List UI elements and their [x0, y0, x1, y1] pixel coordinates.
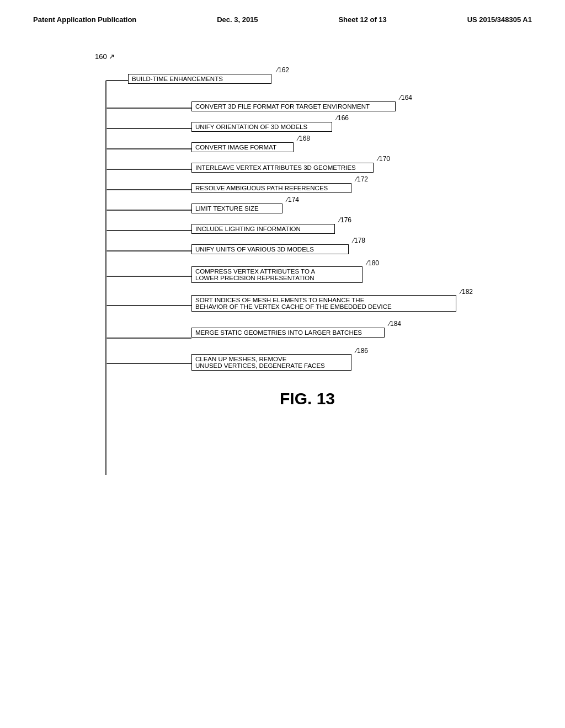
ref-174: ∕174	[285, 196, 299, 204]
header-right: US 2015/348305 A1	[467, 15, 532, 24]
ref-182: ∕182	[459, 288, 473, 296]
header-sheet: Sheet 12 of 13	[338, 15, 386, 24]
ref-176: ∕176	[338, 216, 351, 224]
figure-label: FIG. 13	[95, 389, 520, 408]
ref-166: ∕166	[335, 114, 349, 122]
ref-170: ∕170	[376, 155, 390, 163]
ref-178: ∕178	[351, 237, 365, 244]
ref-168: ∕168	[296, 135, 310, 142]
diagram-svg: BUILD-TIME ENHANCEMENTS ∕162 CONVERT 3D …	[95, 64, 503, 494]
header-center: Dec. 3, 2015	[217, 15, 258, 24]
header-left: Patent Application Publication	[33, 15, 136, 24]
ref-184: ∕184	[387, 320, 401, 328]
ref-180: ∕180	[365, 259, 379, 267]
ref-164: ∕164	[398, 94, 412, 101]
ref-186: ∕186	[354, 347, 368, 355]
page-header: Patent Application Publication Dec. 3, 2…	[0, 0, 565, 24]
ref-162: ∕162	[275, 66, 289, 74]
root-ref-label: 160 ↗	[95, 52, 115, 61]
ref-172: ∕172	[354, 175, 368, 183]
